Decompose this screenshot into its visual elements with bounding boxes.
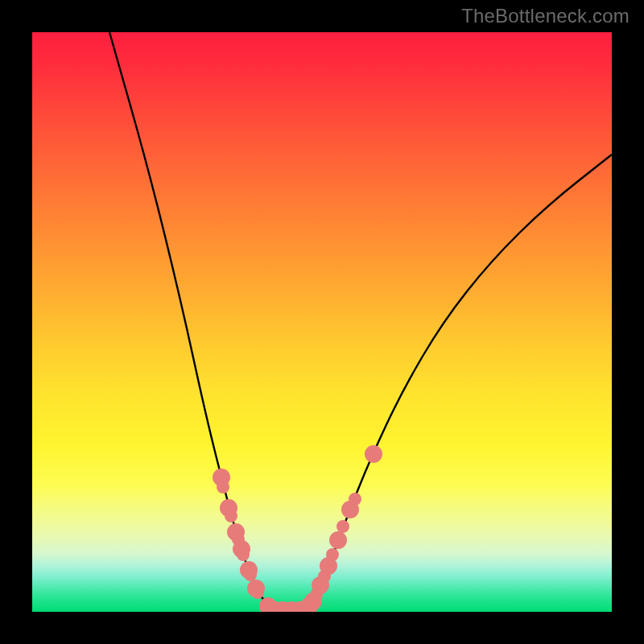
plot-area: [32, 32, 612, 612]
marker-bead: [237, 548, 250, 561]
chart-svg: [32, 32, 612, 612]
marker-beads: [213, 445, 382, 612]
watermark-text: TheBottleneck.com: [461, 5, 630, 27]
marker-bead: [251, 586, 264, 599]
right-branch-line: [275, 155, 612, 610]
marker-bead: [329, 531, 347, 549]
left-branch-line: [109, 32, 275, 610]
marker-bead: [365, 445, 382, 463]
marker-bead: [217, 481, 229, 493]
marker-bead: [244, 568, 257, 581]
marker-bead: [349, 493, 361, 506]
marker-bead: [336, 520, 349, 533]
marker-bead: [326, 548, 339, 561]
marker-bead: [225, 510, 237, 522]
curve-lines: [109, 32, 612, 610]
